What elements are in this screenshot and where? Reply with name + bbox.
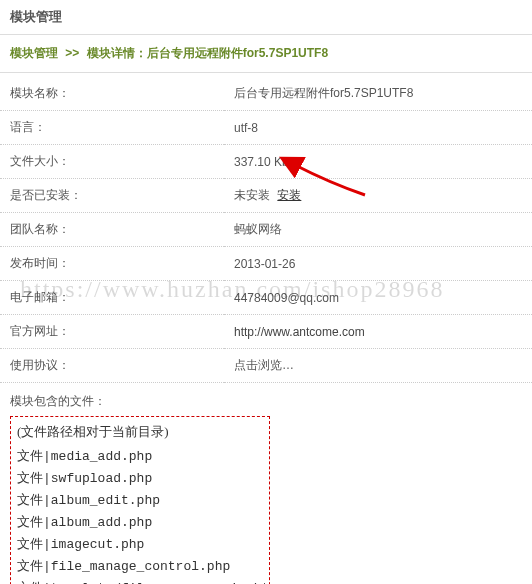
row-site: 官方网址： http://www.antcome.com <box>0 315 532 349</box>
value-installed: 未安装 安装 <box>224 179 532 213</box>
file-list: 文件|media_add.php文件|swfupload.php文件|album… <box>17 445 263 584</box>
label-lang: 语言： <box>0 111 224 145</box>
value-site: http://www.antcome.com <box>224 315 532 349</box>
row-lang: 语言： utf-8 <box>0 111 532 145</box>
file-box: (文件路径相对于当前目录) 文件|media_add.php文件|swfuplo… <box>10 416 270 584</box>
file-line: 文件|media_add.php <box>17 445 263 467</box>
row-date: 发布时间： 2013-01-26 <box>0 247 532 281</box>
value-protocol: 点击浏览… <box>224 349 532 383</box>
row-name: 模块名称： 后台专用远程附件for5.7SP1UTF8 <box>0 77 532 111</box>
install-link[interactable]: 安装 <box>277 188 301 202</box>
label-date: 发布时间： <box>0 247 224 281</box>
label-team: 团队名称： <box>0 213 224 247</box>
value-team: 蚂蚁网络 <box>224 213 532 247</box>
file-line: 文件|album_add.php <box>17 511 263 533</box>
value-email: 44784009@qq.com <box>224 281 532 315</box>
file-line: 文件|album_edit.php <box>17 489 263 511</box>
breadcrumb: 模块管理 >> 模块详情：后台专用远程附件for5.7SP1UTF8 <box>0 35 532 73</box>
label-protocol: 使用协议： <box>0 349 224 383</box>
row-protocol: 使用协议： 点击浏览… <box>0 349 532 383</box>
row-installed: 是否已安装： 未安装 安装 <box>0 179 532 213</box>
file-line: 文件|imagecut.php <box>17 533 263 555</box>
value-size: 337.10 Kb <box>224 145 532 179</box>
file-section-title: 模块包含的文件： <box>10 387 532 416</box>
install-status: 未安装 <box>234 188 270 202</box>
file-line: 文件|swfupload.php <box>17 467 263 489</box>
value-date: 2013-01-26 <box>224 247 532 281</box>
label-installed: 是否已安装： <box>0 179 224 213</box>
file-note: (文件路径相对于当前目录) <box>17 421 263 445</box>
label-size: 文件大小： <box>0 145 224 179</box>
value-name: 后台专用远程附件for5.7SP1UTF8 <box>224 77 532 111</box>
site-link[interactable]: http://www.antcome.com <box>234 325 365 339</box>
page-title: 模块管理 <box>0 0 532 35</box>
row-size: 文件大小： 337.10 Kb <box>0 145 532 179</box>
breadcrumb-root-link[interactable]: 模块管理 <box>10 46 58 60</box>
value-lang: utf-8 <box>224 111 532 145</box>
label-email: 电子邮箱： <box>0 281 224 315</box>
protocol-link[interactable]: 点击浏览… <box>234 358 294 372</box>
file-line: 文件|templets/file_manage_main.htm <box>17 577 263 584</box>
label-name: 模块名称： <box>0 77 224 111</box>
file-section: 模块包含的文件： (文件路径相对于当前目录) 文件|media_add.php文… <box>0 383 532 584</box>
row-email: 电子邮箱： 44784009@qq.com <box>0 281 532 315</box>
row-team: 团队名称： 蚂蚁网络 <box>0 213 532 247</box>
breadcrumb-detail: 模块详情：后台专用远程附件for5.7SP1UTF8 <box>87 46 328 60</box>
breadcrumb-separator: >> <box>65 46 79 60</box>
file-line: 文件|file_manage_control.php <box>17 555 263 577</box>
module-info-table: 模块名称： 后台专用远程附件for5.7SP1UTF8 语言： utf-8 文件… <box>0 77 532 383</box>
label-site: 官方网址： <box>0 315 224 349</box>
